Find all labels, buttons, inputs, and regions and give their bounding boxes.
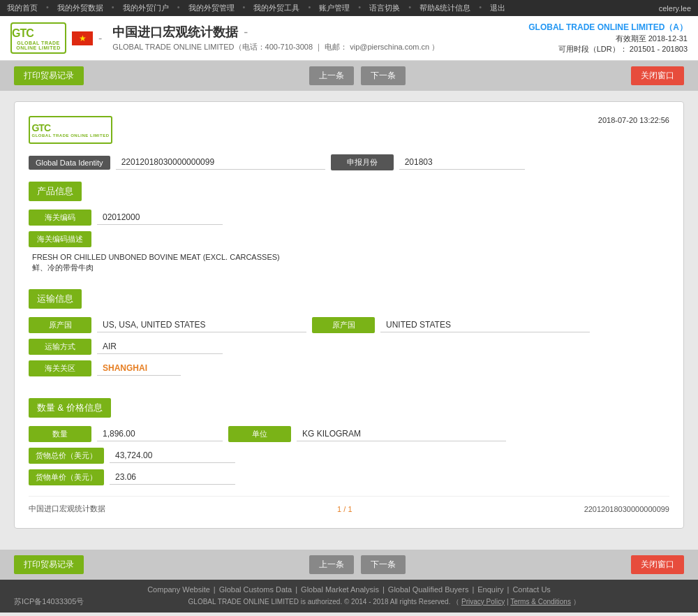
hs-desc-row: 海关编码描述 [29, 231, 669, 247]
quantity-section-header: 数量 & 价格信息 [29, 398, 111, 418]
nav-trade-data[interactable]: 我的外贸数据 [57, 3, 103, 13]
record-logo: GTC GLOBAL TRADE ONLINE LIMITED [29, 116, 112, 144]
unit-price-value: 23.06 [110, 470, 235, 485]
nav-menu-left: 我的首页 • 我的外贸数据 • 我的外贸门户 • 我的外贸管理 • 我的外贸工具… [7, 3, 505, 13]
product-desc-en: FRESH OR CHILLED UNBONED BOVINE MEAT (EX… [32, 253, 669, 261]
title-separator: - [244, 25, 248, 40]
header-left-section: GTC GLOBAL TRADE ONLINE LIMITED ★ - 中国进口… [10, 22, 439, 54]
footer-copyright: GLOBAL TRADE ONLINE LIMITED is authorize… [84, 597, 684, 607]
header-subtitle: GLOBAL TRADE ONLINE LIMITED（电话：400-710-3… [112, 42, 439, 52]
identity-row: Global Data Identity 2201201803000000009… [29, 154, 669, 170]
nav-account[interactable]: 账户管理 [319, 3, 350, 13]
record-footer: 中国进口宏观统计数据 1 / 1 22012018030000000099 [29, 496, 669, 514]
nav-user: celery.lee [659, 4, 691, 13]
footer-company-website[interactable]: Company Website [147, 585, 210, 594]
footer-contact-us[interactable]: Contact Us [512, 585, 550, 594]
footer-paren-open: （ [452, 598, 459, 606]
footer-sep-5: | [507, 585, 510, 594]
logo-subtitle: GLOBAL TRADE ONLINE LIMITED [12, 41, 65, 50]
transport-section-header: 运输信息 [29, 289, 82, 309]
country-flag: ★ [72, 31, 93, 45]
record-logo-text: GTC [31, 122, 50, 133]
close-paren: ） [431, 43, 439, 51]
customs-row: 海关关区 SHANGHAI [29, 360, 669, 376]
qty-label: 数量 [29, 426, 91, 442]
flag-icon: ★ [79, 34, 87, 43]
top-navigation: 我的首页 • 我的外贸数据 • 我的外贸门户 • 我的外贸管理 • 我的外贸工具… [0, 0, 698, 16]
customs-label: 海关关区 [29, 360, 91, 376]
page-info: 1 / 1 [337, 505, 352, 513]
month-value: 201803 [399, 155, 525, 170]
separator-icon: - [98, 32, 102, 45]
logo-area: GTC GLOBAL TRADE ONLINE LIMITED ★ - [10, 22, 102, 54]
ldr-value: 201501 - 201803 [630, 45, 688, 53]
origin-label: 原产国 [312, 317, 375, 333]
record-logo-sub: GLOBAL TRADE ONLINE LIMITED [31, 133, 109, 138]
transport-section: 运输信息 原产国 US, USA, UNITED STATES 原产国 UNIT… [29, 284, 669, 376]
main-content: GTC GLOBAL TRADE ONLINE LIMITED 2018-07-… [0, 91, 698, 550]
transport-mode-row: 运输方式 AIR [29, 339, 669, 355]
footer-qualified-buyers[interactable]: Global Qualified Buyers [388, 585, 469, 594]
origin-value: UNITED STATES [380, 318, 590, 332]
icp-number: 苏ICP备14033305号 [14, 596, 84, 607]
footer-customs-data[interactable]: Global Customs Data [219, 585, 292, 594]
footer-enquiry[interactable]: Enquiry [477, 585, 503, 594]
terms-conditions-link[interactable]: Terms & Conditions [510, 598, 571, 606]
product-section: 产品信息 海关编码 02012000 海关编码描述 FRESH OR CHILL… [29, 176, 669, 273]
unit-price-row: 货物单价（美元） 23.06 [29, 469, 669, 485]
nav-language[interactable]: 语言切换 [369, 3, 400, 13]
email-label: 电邮： [325, 43, 348, 51]
hs-code-label: 海关编码 [29, 210, 91, 226]
nav-help[interactable]: 帮助&统计信息 [419, 3, 470, 13]
month-label: 申报月份 [331, 154, 394, 170]
bottom-toolbar: 打印贸易记录 上一条 下一条 关闭窗口 [0, 550, 698, 580]
quantity-section: 数量 & 价格信息 数量 1,896.00 单位 KG KILOGRAM 货物总… [29, 393, 669, 485]
unit-value: KG KILOGRAM [297, 427, 506, 441]
transport-mode-label: 运输方式 [29, 339, 91, 355]
footer-sep-4: | [472, 585, 474, 594]
header-title-area: 中国进口宏观统计数据 - GLOBAL TRADE ONLINE LIMITED… [112, 24, 439, 52]
bottom-prev-button[interactable]: 上一条 [309, 555, 354, 574]
bottom-close-button[interactable]: 关闭窗口 [631, 555, 684, 574]
origin-country-label: 原产国 [29, 317, 91, 333]
footer-sep-3: | [383, 585, 385, 594]
qty-row: 数量 1,896.00 单位 KG KILOGRAM [29, 426, 669, 442]
product-section-header: 产品信息 [29, 182, 82, 201]
footer-market-analysis[interactable]: Global Market Analysis [301, 585, 379, 594]
hs-code-row: 海关编码 02012000 [29, 210, 669, 226]
bottom-print-button[interactable]: 打印贸易记录 [14, 555, 84, 574]
pipe-sep: ｜ [315, 43, 325, 51]
transport-mode-value: AIR [97, 339, 223, 354]
print-button[interactable]: 打印贸易记录 [14, 66, 84, 85]
record-header: GTC GLOBAL TRADE ONLINE LIMITED 2018-07-… [29, 116, 669, 144]
total-price-row: 货物总价（美元） 43,724.00 [29, 448, 669, 464]
bottom-next-button[interactable]: 下一条 [361, 555, 406, 574]
qty-value: 1,896.00 [97, 427, 223, 441]
nav-tools[interactable]: 我的外贸工具 [253, 3, 299, 13]
header-right-section: GLOBAL TRADE ONLINE LIMITED（A） 有效期至 2018… [528, 22, 688, 54]
customs-value: SHANGHAI [97, 361, 181, 376]
validity-label: 有效期至 [616, 34, 646, 43]
ldr-label: 可用时段（LDR）： [558, 45, 628, 53]
footer-links: Company Website | Global Customs Data | … [14, 585, 684, 594]
privacy-policy-link[interactable]: Privacy Policy [461, 598, 505, 606]
site-footer: Company Website | Global Customs Data | … [0, 580, 698, 613]
record-source: 中国进口宏观统计数据 [29, 504, 105, 514]
product-desc-cn: 鲜、冷的带骨牛肉 [32, 263, 669, 273]
next-button[interactable]: 下一条 [361, 66, 406, 85]
nav-logout[interactable]: 退出 [490, 3, 505, 13]
page-title: 中国进口宏观统计数据 [112, 24, 238, 41]
total-price-value: 43,724.00 [110, 448, 235, 463]
nav-portal[interactable]: 我的外贸门户 [123, 3, 169, 13]
close-button[interactable]: 关闭窗口 [631, 66, 684, 85]
nav-home[interactable]: 我的首页 [7, 3, 38, 13]
company-name: GLOBAL TRADE ONLINE LIMITED（A） [528, 22, 688, 34]
logo-text: GTC [12, 27, 34, 39]
nav-management[interactable]: 我的外贸管理 [188, 3, 235, 13]
hs-code-value: 02012000 [97, 210, 223, 225]
record-datetime: 2018-07-20 13:22:56 [598, 116, 669, 124]
site-header: GTC GLOBAL TRADE ONLINE LIMITED ★ - 中国进口… [0, 16, 698, 61]
footer-sep-1: | [214, 585, 216, 594]
prev-button[interactable]: 上一条 [309, 66, 354, 85]
total-price-label: 货物总价（美元） [29, 448, 104, 464]
